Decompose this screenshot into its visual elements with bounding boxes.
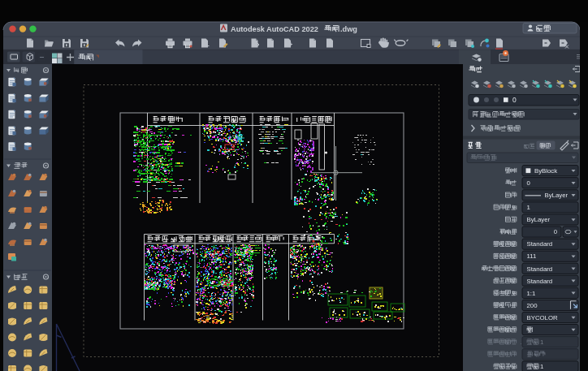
svg-text:ByLayer: ByLayer [527, 216, 551, 223]
svg-text:Standard: Standard [527, 240, 553, 248]
svg-text:.dwg: .dwg [340, 25, 357, 33]
svg-text:Standard: Standard [527, 265, 553, 273]
svg-text:1: 1 [527, 204, 530, 211]
svg-text:ByLayer: ByLayer [545, 192, 569, 199]
svg-text:1: 1 [540, 339, 543, 346]
svg-text:1: 1 [540, 363, 543, 370]
svg-text:1:1: 1:1 [527, 290, 536, 297]
svg-text:0: 0 [554, 228, 558, 235]
svg-text:0: 0 [512, 96, 517, 104]
svg-text:ByBlock: ByBlock [534, 167, 557, 175]
svg-text:Standard: Standard [527, 278, 553, 285]
svg-text:Autodesk AutoCAD 2022: Autodesk AutoCAD 2022 [231, 25, 318, 33]
svg-text:111: 111 [527, 252, 537, 260]
svg-text:0: 0 [527, 179, 531, 187]
svg-text:BYCOLOR: BYCOLOR [527, 314, 558, 321]
svg-text:200: 200 [527, 302, 538, 309]
